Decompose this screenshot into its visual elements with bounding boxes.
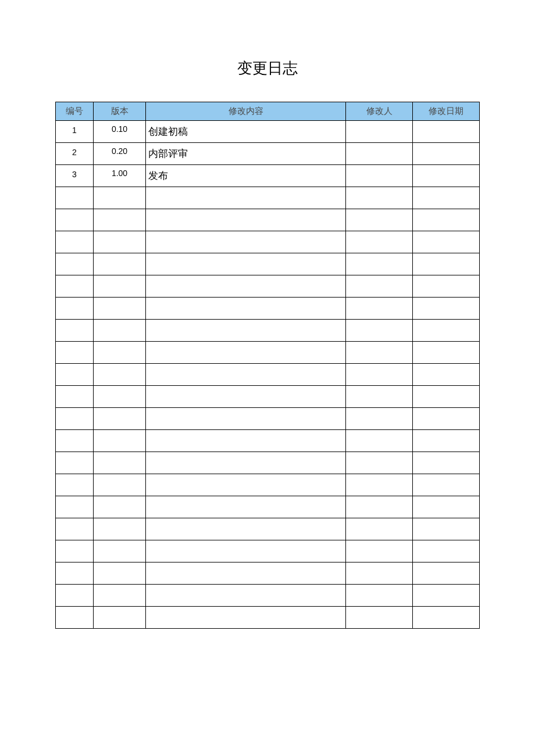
- cell-date: [413, 187, 480, 209]
- cell-who: [346, 320, 413, 342]
- cell-date: [413, 474, 480, 496]
- cell-who: [346, 452, 413, 474]
- table-row: [56, 298, 480, 320]
- table-row: [56, 187, 480, 209]
- cell-who: [346, 386, 413, 408]
- cell-date: [413, 540, 480, 562]
- cell-id: [56, 209, 94, 231]
- cell-id: [56, 275, 94, 298]
- cell-desc: [146, 452, 346, 474]
- cell-version: 0.10: [94, 121, 146, 143]
- cell-version: [94, 408, 146, 430]
- table-row: [56, 408, 480, 430]
- cell-version: [94, 342, 146, 364]
- cell-date: [413, 143, 480, 165]
- cell-id: [56, 518, 94, 540]
- cell-id: [56, 585, 94, 607]
- cell-who: [346, 253, 413, 275]
- cell-desc: [146, 562, 346, 585]
- cell-date: [413, 209, 480, 231]
- table-row: [56, 231, 480, 253]
- cell-version: [94, 275, 146, 298]
- cell-date: [413, 452, 480, 474]
- cell-version: [94, 320, 146, 342]
- cell-version: [94, 187, 146, 209]
- cell-desc: [146, 320, 346, 342]
- table-row: [56, 275, 480, 298]
- cell-id: [56, 430, 94, 452]
- table-row: [56, 386, 480, 408]
- cell-who: [346, 275, 413, 298]
- cell-id: 3: [56, 165, 94, 187]
- table-row: 20.20内部评审: [56, 143, 480, 165]
- cell-date: [413, 298, 480, 320]
- cell-date: [413, 408, 480, 430]
- cell-who: [346, 209, 413, 231]
- cell-desc: [146, 231, 346, 253]
- cell-who: [346, 496, 413, 518]
- cell-version: [94, 540, 146, 562]
- cell-version: [94, 607, 146, 629]
- cell-version: [94, 474, 146, 496]
- table-header-row: 编号 版本 修改内容 修改人 修改日期: [56, 102, 480, 121]
- cell-desc: 发布: [146, 165, 346, 187]
- table-row: [56, 364, 480, 386]
- cell-who: [346, 342, 413, 364]
- cell-desc: 内部评审: [146, 143, 346, 165]
- table-row: [56, 562, 480, 585]
- cell-date: [413, 518, 480, 540]
- cell-desc: [146, 430, 346, 452]
- cell-id: [56, 320, 94, 342]
- cell-date: [413, 253, 480, 275]
- cell-who: [346, 607, 413, 629]
- cell-id: 2: [56, 143, 94, 165]
- cell-desc: [146, 187, 346, 209]
- cell-desc: [146, 209, 346, 231]
- cell-date: [413, 165, 480, 187]
- cell-who: [346, 474, 413, 496]
- cell-version: [94, 364, 146, 386]
- table-row: 10.10创建初稿: [56, 121, 480, 143]
- cell-desc: [146, 342, 346, 364]
- cell-date: [413, 275, 480, 298]
- cell-who: [346, 143, 413, 165]
- col-header-who: 修改人: [346, 102, 413, 121]
- cell-who: [346, 298, 413, 320]
- cell-date: [413, 430, 480, 452]
- cell-desc: [146, 585, 346, 607]
- cell-version: 0.20: [94, 143, 146, 165]
- cell-version: [94, 562, 146, 585]
- col-header-id: 编号: [56, 102, 94, 121]
- cell-id: [56, 496, 94, 518]
- cell-date: [413, 364, 480, 386]
- table-row: [56, 253, 480, 275]
- cell-who: [346, 585, 413, 607]
- cell-date: [413, 585, 480, 607]
- cell-desc: [146, 275, 346, 298]
- table-row: [56, 430, 480, 452]
- cell-desc: [146, 364, 346, 386]
- cell-version: [94, 231, 146, 253]
- cell-id: [56, 562, 94, 585]
- cell-id: [56, 231, 94, 253]
- col-header-desc: 修改内容: [146, 102, 346, 121]
- table-row: [56, 209, 480, 231]
- col-header-version: 版本: [94, 102, 146, 121]
- cell-id: [56, 607, 94, 629]
- cell-desc: [146, 298, 346, 320]
- cell-desc: [146, 386, 346, 408]
- cell-version: 1.00: [94, 165, 146, 187]
- table-row: [56, 474, 480, 496]
- page-title: 变更日志: [55, 58, 480, 78]
- cell-id: [56, 364, 94, 386]
- cell-version: [94, 518, 146, 540]
- cell-version: [94, 496, 146, 518]
- cell-date: [413, 496, 480, 518]
- cell-desc: [146, 540, 346, 562]
- cell-id: [56, 298, 94, 320]
- cell-date: [413, 562, 480, 585]
- table-row: [56, 342, 480, 364]
- cell-id: [56, 253, 94, 275]
- cell-version: [94, 585, 146, 607]
- table-row: [56, 496, 480, 518]
